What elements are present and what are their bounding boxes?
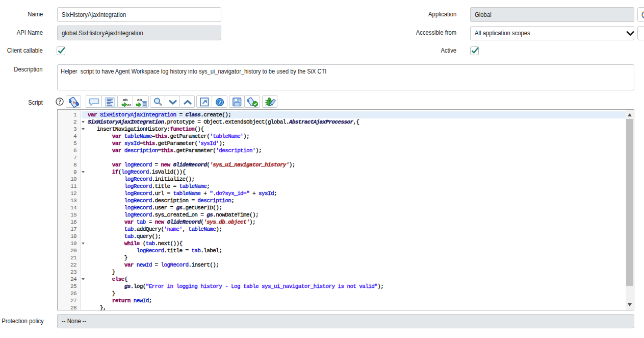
svg-text:ab: ab [123,98,127,102]
svg-text:ab: ab [137,98,142,102]
svg-text:?: ? [58,99,61,105]
svg-text:?: ? [218,99,221,105]
svg-text:ac: ac [127,103,132,107]
